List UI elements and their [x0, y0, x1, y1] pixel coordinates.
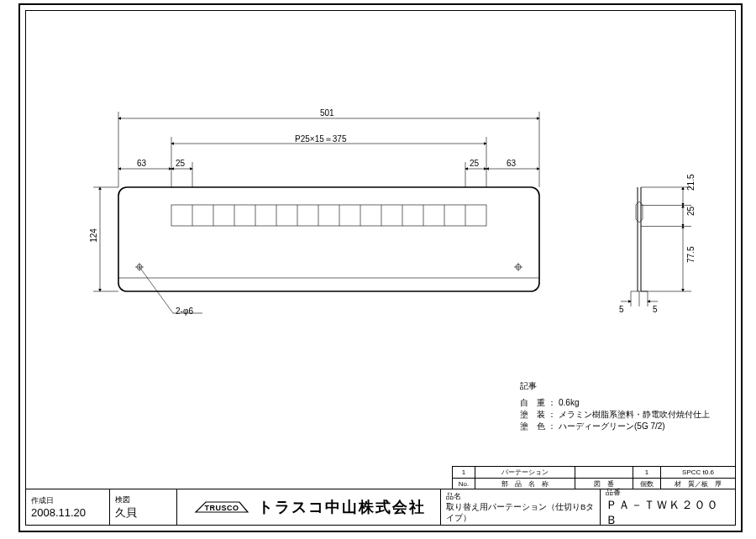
notes-block: 記事 自 重 ： 0.6kg 塗 装 ： メラミン樹脂系塗料・静電吹付焼付仕上 …	[520, 380, 710, 432]
title-block: 作成日 2008.11.20 検図 久貝 TRUSCO トラスコ中山株式会社 品…	[26, 489, 735, 525]
tb-check-value: 久貝	[115, 505, 171, 521]
parts-head-no: No.	[453, 479, 475, 490]
notes-header: 記事	[520, 380, 710, 392]
tb-created: 作成日 2008.11.20	[26, 489, 110, 525]
parts-row-no: 1	[453, 467, 475, 479]
dim-overall-width: 501	[320, 108, 334, 118]
tb-created-value: 2008.11.20	[31, 506, 104, 519]
tb-created-label: 作成日	[31, 495, 104, 506]
tb-company: TRUSCO トラスコ中山株式会社	[177, 489, 441, 525]
svg-line-22	[139, 267, 173, 313]
note-finish-value: メラミン樹脂系塗料・静電吹付焼付仕上	[559, 410, 710, 419]
trusco-logo-icon: TRUSCO	[192, 499, 251, 515]
dim-pitch: P25×15＝375	[295, 133, 346, 145]
parts-row-qty: 1	[633, 467, 661, 479]
tb-check: 検図 久貝	[110, 489, 177, 525]
note-color-label: 塗 色 ：	[520, 421, 556, 431]
dim-25-left: 25	[176, 159, 185, 168]
dim-side-77-5: 77.5	[686, 247, 696, 263]
tb-partno: 品番 ＰＡ－ＴＷＫ２００Ｂ	[601, 489, 735, 525]
drawing-sheet-inner: 501 P25×15＝375 63 25 25 63 124 2-φ6 21.5…	[25, 10, 736, 526]
dim-side-25: 25	[686, 207, 696, 216]
parts-row: 1 パーテーション 1 SPCC t0.6	[453, 467, 736, 479]
note-weight-label: 自 重 ：	[520, 398, 556, 407]
dim-25-right: 25	[470, 159, 479, 168]
dim-side-5b: 5	[653, 305, 658, 314]
dim-side-5a: 5	[619, 305, 624, 314]
tb-check-label: 検図	[115, 495, 171, 505]
parts-row-name: パーテーション	[475, 467, 575, 479]
drawing-canvas	[26, 11, 738, 528]
dim-hole-note: 2-φ6	[176, 306, 193, 316]
tb-product: 品名 取り替え用パーテーション（仕切りBタイプ）	[441, 489, 601, 525]
svg-rect-1	[171, 205, 486, 226]
parts-row-material: SPCC t0.6	[661, 467, 736, 479]
tb-company-name: トラスコ中山株式会社	[258, 497, 426, 517]
logo-mark: TRUSCO	[192, 499, 251, 515]
tb-partno-value: ＰＡ－ＴＷＫ２００Ｂ	[606, 498, 730, 528]
tb-partno-label: 品番	[606, 487, 730, 498]
dim-side-21-5: 21.5	[686, 175, 696, 191]
dim-margin-left: 63	[137, 159, 146, 168]
parts-row-dwg	[575, 467, 633, 479]
tb-product-label: 品名	[446, 491, 595, 502]
parts-head-name: 部 品 名 称	[475, 479, 575, 490]
dim-height: 124	[89, 228, 98, 243]
note-color-value: ハーディーグリーン(5G 7/2)	[559, 421, 665, 431]
tb-product-value: 取り替え用パーテーション（仕切りBタイプ）	[446, 502, 595, 524]
note-weight-value: 0.6kg	[559, 398, 579, 407]
note-finish-label: 塗 装 ：	[520, 410, 556, 419]
drawing-sheet-outer: 501 P25×15＝375 63 25 25 63 124 2-φ6 21.5…	[18, 3, 743, 532]
svg-text:TRUSCO: TRUSCO	[204, 504, 239, 512]
dim-margin-right: 63	[507, 159, 516, 168]
